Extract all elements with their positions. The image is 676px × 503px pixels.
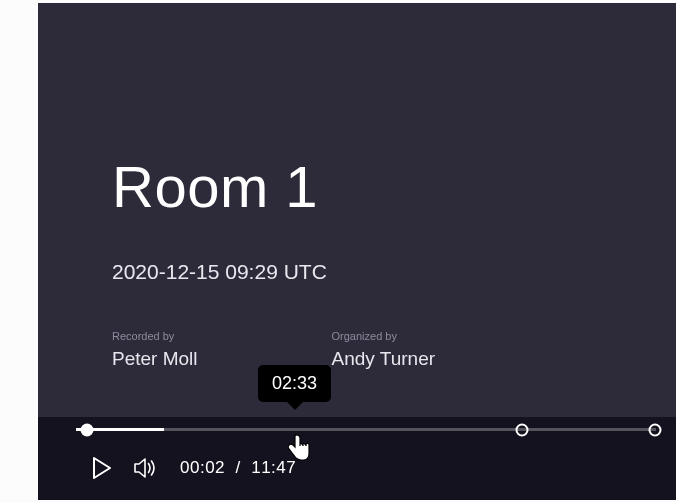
- play-icon: [92, 457, 112, 479]
- recorded-by-label: Recorded by: [112, 330, 198, 342]
- organized-by-label: Organized by: [332, 330, 436, 342]
- chapter-marker[interactable]: [649, 423, 662, 436]
- recorded-by-block: Recorded by Peter Moll: [112, 330, 198, 370]
- total-time: 11:47: [251, 458, 296, 477]
- organized-by-name: Andy Turner: [332, 348, 436, 370]
- organized-by-block: Organized by Andy Turner: [332, 330, 436, 370]
- room-title: Room 1: [112, 153, 676, 220]
- recorded-by-name: Peter Moll: [112, 348, 198, 370]
- volume-button[interactable]: [134, 458, 158, 478]
- seek-time-tooltip: 02:33: [258, 365, 331, 402]
- chapter-marker[interactable]: [516, 423, 529, 436]
- seek-bar[interactable]: [76, 428, 656, 431]
- video-overlay-info: Room 1 2020-12-15 09:29 UTC Recorded by …: [112, 153, 676, 370]
- time-separator: /: [236, 458, 241, 477]
- volume-icon: [134, 458, 158, 478]
- video-player-window: Room 1 2020-12-15 09:29 UTC Recorded by …: [38, 3, 676, 500]
- recording-timestamp: 2020-12-15 09:29 UTC: [112, 260, 676, 284]
- current-time: 00:02: [180, 458, 225, 477]
- time-display: 00:02 / 11:47: [180, 458, 296, 478]
- player-controls-bar: 00:02 / 11:47: [38, 417, 676, 500]
- credits-row: Recorded by Peter Moll Organized by Andy…: [112, 330, 676, 370]
- seek-bar-thumb[interactable]: [81, 423, 94, 436]
- play-button[interactable]: [92, 457, 112, 479]
